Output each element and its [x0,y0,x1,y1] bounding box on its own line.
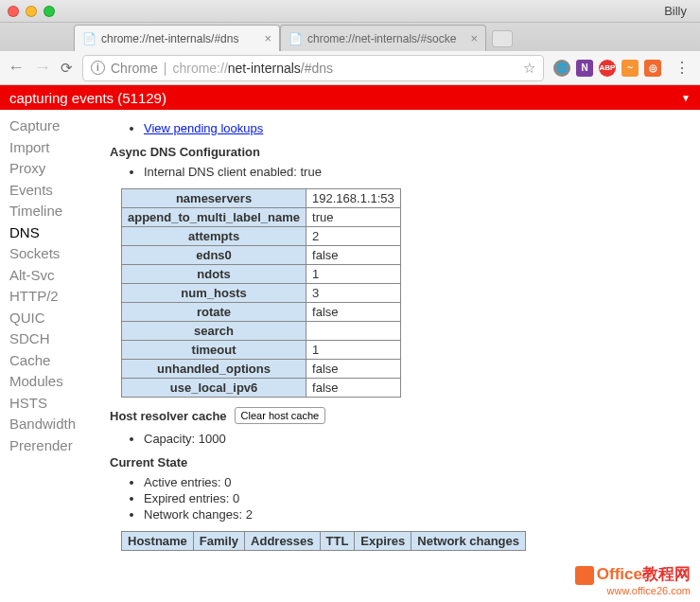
config-value: 3 [306,284,401,303]
sidebar-item-bandwidth[interactable]: Bandwidth [9,414,87,435]
url-scheme: chrome:// [172,61,227,76]
config-key: use_local_ipv6 [122,379,306,398]
close-tab-icon[interactable]: × [470,31,478,45]
browser-menu-icon[interactable]: ⋮ [671,59,692,77]
capture-banner[interactable]: capturing events (51129) ▼ [0,85,700,110]
bookmark-star-icon[interactable]: ☆ [523,60,535,77]
state-column-header: TTL [320,532,355,551]
tab-active[interactable]: 📄 chrome://net-internals/#dns × [74,25,280,51]
tab-strip: 📄 chrome://net-internals/#dns × 📄 chrome… [0,23,700,51]
config-value [306,322,401,341]
banner-dropdown-icon[interactable]: ▼ [681,93,691,103]
capacity-text: Capacity: 1000 [144,432,687,446]
sidebar-item-hsts[interactable]: HSTS [9,393,87,415]
config-key: nameservers [122,189,306,208]
sidebar-item-proxy[interactable]: Proxy [9,158,87,180]
config-key: search [122,322,306,341]
state-item: Network changes: 2 [144,507,687,522]
config-value: 2 [306,227,401,246]
extension-abp-icon[interactable]: ABP [599,60,616,77]
config-key: unhandled_options [122,360,306,379]
sidebar-item-sockets[interactable]: Sockets [9,243,87,265]
config-key: rotate [122,303,306,322]
url-path: /#dns [301,61,333,76]
sidebar-item-modules[interactable]: Modules [9,371,87,393]
config-value: 1 [306,341,401,360]
tab-inactive[interactable]: 📄 chrome://net-internals/#socke × [280,25,486,51]
window-titlebar: Billy [0,0,700,23]
host-resolver-title: Host resolver cache [110,409,227,423]
state-item: Active entries: 0 [144,475,687,489]
site-info-icon[interactable]: i [91,61,105,75]
state-table: HostnameFamilyAddressesTTLExpiresNetwork… [121,531,526,551]
sidebar-item-prerender[interactable]: Prerender [9,435,87,457]
state-item: Expired entries: 0 [144,491,687,505]
page-icon: 📄 [289,32,302,45]
internal-dns-status: Internal DNS client enabled: true [144,165,687,179]
dns-config-table: nameservers192.168.1.1:53append_to_multi… [121,188,401,398]
sidebar-item-quic[interactable]: QUIC [9,308,87,329]
sidebar-item-dns[interactable]: DNS [9,222,87,244]
config-value: 192.168.1.1:53 [306,189,401,208]
watermark-icon [575,566,594,585]
sidebar-item-timeline[interactable]: Timeline [9,201,87,222]
tab-title: chrome://net-internals/#socke [307,32,464,45]
sidebar-item-events[interactable]: Events [9,180,87,202]
window-controls [8,6,55,17]
async-dns-title: Async DNS Configuration [110,145,687,159]
config-value: true [306,208,401,227]
state-column-header: Network changes [411,532,526,551]
content-area: CaptureImportProxyEventsTimelineDNSSocke… [0,110,700,602]
url-label: Chrome [111,61,158,76]
config-value: false [306,303,401,322]
minimize-window-button[interactable] [26,6,37,17]
sidebar-item-import[interactable]: Import [9,137,87,159]
sidebar-item-cache[interactable]: Cache [9,350,87,372]
extension-translate-icon[interactable]: 🌐 [553,60,570,77]
close-tab-icon[interactable]: × [264,31,271,45]
forward-button[interactable]: → [34,58,51,78]
clear-host-cache-button[interactable]: Clear host cache [235,407,326,424]
page-icon: 📄 [82,32,96,45]
toolbar: ← → ⟳ i Chrome | chrome://net-internals/… [0,51,700,85]
address-bar[interactable]: i Chrome | chrome://net-internals/#dns ☆ [82,55,544,81]
sidebar: CaptureImportProxyEventsTimelineDNSSocke… [0,110,96,602]
state-column-header: Family [193,532,244,551]
profile-name[interactable]: Billy [664,4,692,18]
config-value: false [306,379,401,398]
config-key: append_to_multi_label_name [122,208,306,227]
extension-icons: 🌐 N ABP ~ ◎ [553,60,661,77]
sidebar-item-altsvc[interactable]: Alt-Svc [9,265,87,287]
main-panel: View pending lookups Async DNS Configura… [96,110,700,602]
extension-onenote-icon[interactable]: N [576,60,593,77]
sidebar-item-http2[interactable]: HTTP/2 [9,286,87,308]
config-value: false [306,360,401,379]
config-key: edns0 [122,246,306,265]
url-host: net-internals [228,61,301,76]
back-button[interactable]: ← [8,58,25,78]
reload-button[interactable]: ⟳ [61,60,73,77]
extension-icon[interactable]: ◎ [644,60,661,77]
close-window-button[interactable] [8,6,19,17]
state-column-header: Addresses [245,532,320,551]
current-state-title: Current State [110,455,687,469]
state-column-header: Hostname [122,532,194,551]
config-value: false [306,246,401,265]
sidebar-item-sdch[interactable]: SDCH [9,328,87,350]
state-column-header: Expires [355,532,411,551]
extension-icon[interactable]: ~ [621,60,639,77]
config-key: ndots [122,265,306,284]
maximize-window-button[interactable] [44,6,55,17]
banner-text: capturing events (51129) [9,90,166,106]
config-value: 1 [306,265,401,284]
config-key: num_hosts [122,284,306,303]
tab-title: chrome://net-internals/#dns [101,32,258,45]
watermark: Office教程网 www.office26.com [575,566,691,596]
view-pending-lookups-link[interactable]: View pending lookups [144,121,263,135]
new-tab-button[interactable] [492,30,513,47]
config-key: timeout [122,341,306,360]
config-key: attempts [122,227,306,246]
sidebar-item-capture[interactable]: Capture [9,115,87,137]
